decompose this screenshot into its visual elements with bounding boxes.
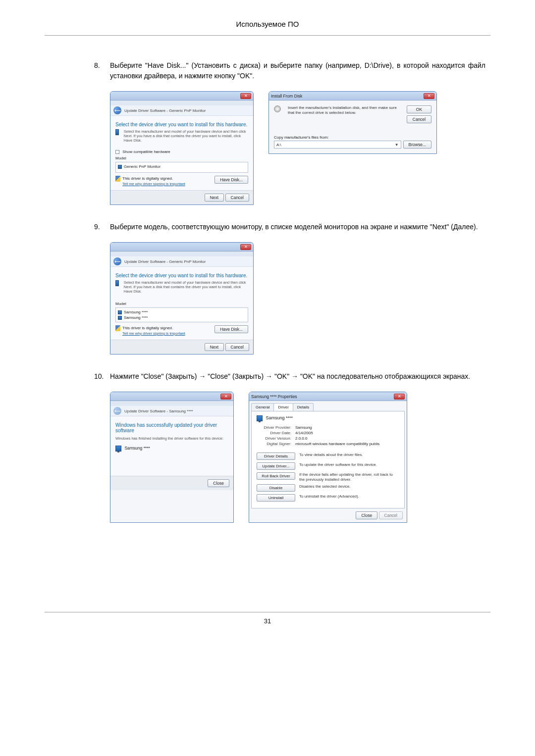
dialog-description: Insert the manufacturer's installation d… xyxy=(288,105,403,123)
ok-button[interactable]: OK xyxy=(407,105,431,113)
drive-dropdown[interactable]: A:\ ▼ xyxy=(274,141,401,149)
close-icon[interactable]: ✕ xyxy=(424,93,434,99)
signing-info-link[interactable]: Tell me why driver signing is important xyxy=(122,182,185,186)
tab-general[interactable]: General xyxy=(251,403,274,411)
close-icon[interactable]: ✕ xyxy=(240,244,251,250)
step-10-text: Нажмите "Close" (Закрыть) → "Close" (Зак… xyxy=(110,371,485,382)
show-compatible-label: Show compatible hardware xyxy=(122,150,170,154)
back-icon[interactable]: ⟵ xyxy=(113,257,121,265)
back-icon: ⟵ xyxy=(113,407,121,415)
tab-details[interactable]: Details xyxy=(293,403,314,411)
dialog-update-driver-1: ✕ ⟵ Update Driver Software - Generic PnP… xyxy=(110,91,254,205)
cancel-button[interactable]: Cancel xyxy=(225,194,249,202)
dialog-title: Install From Disk xyxy=(271,94,424,99)
page-header: Используемое ПО xyxy=(45,20,490,36)
browse-button[interactable]: Browse... xyxy=(403,141,431,149)
dialog-update-success: ✕ ⟵ Update Driver Software - Samsung ***… xyxy=(110,392,234,523)
rollback-driver-button[interactable]: Roll Back Driver xyxy=(257,472,295,480)
have-disk-button[interactable]: Have Disk... xyxy=(214,176,248,184)
disk-icon xyxy=(274,105,281,112)
shield-icon xyxy=(115,176,120,182)
uninstall-button[interactable]: Uninstall xyxy=(257,494,295,502)
breadcrumb: Update Driver Software - Generic PnP Mon… xyxy=(124,259,206,264)
dialog-description: Select the manufacturer and model of you… xyxy=(124,129,248,143)
next-button[interactable]: Next xyxy=(205,343,224,351)
disable-button[interactable]: Disable xyxy=(257,484,295,492)
monitor-icon xyxy=(115,129,119,135)
step-10-number: 10. xyxy=(94,371,110,382)
monitor-icon xyxy=(257,415,263,421)
close-icon[interactable]: ✕ xyxy=(220,394,231,400)
monitor-icon xyxy=(118,310,122,314)
monitor-icon xyxy=(115,280,119,286)
show-compatible-checkbox[interactable] xyxy=(115,150,119,154)
have-disk-button[interactable]: Have Disk... xyxy=(214,325,248,333)
dialog-heading: Select the device driver you want to ins… xyxy=(115,273,248,278)
chevron-down-icon: ▼ xyxy=(395,143,399,147)
tab-driver[interactable]: Driver xyxy=(273,403,293,411)
step-8-text: Выберите "Have Disk..." (Установить с ди… xyxy=(110,60,485,81)
breadcrumb: Update Driver Software - Samsung **** xyxy=(124,409,193,413)
dialog-heading: Select the device driver you want to ins… xyxy=(115,122,248,127)
dialog-install-from-disk: Install From Disk ✕ Insert the manufactu… xyxy=(268,91,437,154)
close-button[interactable]: Close xyxy=(208,479,229,487)
step-9-number: 9. xyxy=(94,222,110,232)
step-9-text: Выберите модель, соответствующую монитор… xyxy=(110,222,485,232)
model-list[interactable]: Generic PnP Monitor xyxy=(115,162,248,173)
close-icon[interactable]: ✕ xyxy=(394,394,405,400)
close-icon[interactable]: ✕ xyxy=(240,93,251,99)
dialog-device-properties: Samsung **** Properties ✕ General Driver… xyxy=(249,392,407,523)
back-icon[interactable]: ⟵ xyxy=(113,106,121,114)
step-8-number: 8. xyxy=(94,60,110,81)
model-list[interactable]: Samsung **** Samsung **** xyxy=(115,307,248,322)
dialog-title: Samsung **** Properties xyxy=(251,394,394,399)
model-list-label: Model xyxy=(115,156,248,160)
step-10: 10. Нажмите "Close" (Закрыть) → "Close" … xyxy=(94,371,485,382)
model-list-label: Model xyxy=(115,302,248,306)
breadcrumb: Update Driver Software - Generic PnP Mon… xyxy=(124,108,206,113)
step-9: 9. Выберите модель, соответствующую мони… xyxy=(94,222,485,232)
shield-icon xyxy=(115,325,120,331)
monitor-icon xyxy=(118,316,122,320)
cancel-button[interactable]: Cancel xyxy=(225,343,249,351)
page-number: 31 xyxy=(45,612,490,625)
update-driver-button[interactable]: Update Driver... xyxy=(257,462,295,470)
signing-info-link[interactable]: Tell me why driver signing is important xyxy=(122,331,185,336)
dialog-heading: Windows has successfully updated your dr… xyxy=(115,422,228,433)
dialog-subtext: Windows has finished installing the driv… xyxy=(115,436,228,441)
monitor-icon xyxy=(118,165,122,169)
next-button[interactable]: Next xyxy=(205,194,224,202)
step-8: 8. Выберите "Have Disk..." (Установить с… xyxy=(94,60,485,81)
dialog-description: Select the manufacturer and model of you… xyxy=(124,280,248,294)
cancel-button[interactable]: Cancel xyxy=(407,115,431,123)
monitor-icon xyxy=(115,446,121,452)
cancel-button: Cancel xyxy=(379,511,403,519)
driver-details-button[interactable]: Driver Details xyxy=(257,453,295,460)
dialog-update-driver-2: ✕ ⟵ Update Driver Software - Generic PnP… xyxy=(110,242,254,354)
close-button[interactable]: Close xyxy=(356,511,377,519)
copy-files-label: Copy manufacturer's files from: xyxy=(269,135,436,140)
